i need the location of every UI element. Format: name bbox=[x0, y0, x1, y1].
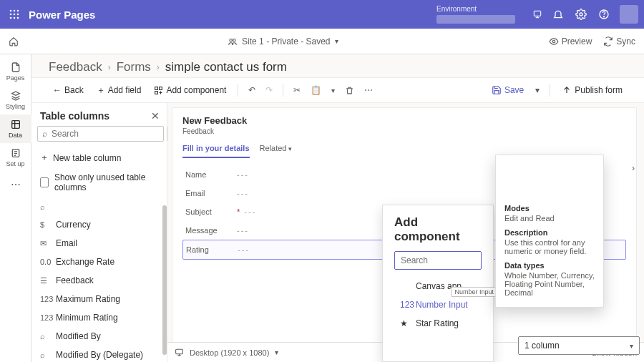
home-icon[interactable] bbox=[9, 36, 29, 47]
column-type-icon: ⌕ bbox=[40, 332, 50, 341]
component-icon: 123 bbox=[400, 300, 410, 310]
component-tooltip: Number Input bbox=[451, 287, 497, 297]
column-item[interactable]: 0.0Exchange Rate bbox=[31, 253, 167, 271]
site-status[interactable]: Site 1 - Private - Saved ▾ bbox=[29, 36, 537, 47]
rail-styling[interactable]: Styling bbox=[0, 86, 31, 114]
field-label: Name bbox=[185, 170, 237, 179]
breadcrumb-forms[interactable]: Forms bbox=[117, 60, 151, 74]
environment-picker[interactable]: Environment bbox=[436, 5, 515, 24]
rail-more[interactable]: ⋯ bbox=[0, 175, 31, 195]
modes-value: Edit and Read bbox=[504, 214, 595, 222]
cut-button[interactable]: ✂ bbox=[291, 82, 303, 98]
svg-rect-20 bbox=[155, 91, 158, 94]
resolution-picker[interactable]: Desktop (1920 x 1080) bbox=[190, 348, 269, 357]
column-item[interactable]: $Currency bbox=[31, 215, 167, 234]
ellipsis-icon: ⋯ bbox=[11, 179, 21, 190]
component-icon: ★ bbox=[400, 318, 410, 328]
column-type-icon: ☰ bbox=[40, 276, 50, 285]
column-search-input[interactable] bbox=[52, 129, 159, 139]
add-field-button[interactable]: ＋Add field bbox=[92, 82, 146, 99]
back-button[interactable]: ←Back bbox=[49, 82, 88, 98]
sync-button[interactable]: Sync bbox=[603, 36, 635, 47]
publish-button[interactable]: Publish form bbox=[557, 82, 627, 98]
svg-point-2 bbox=[17, 10, 19, 12]
tab-related[interactable]: Related▾ bbox=[260, 144, 293, 158]
column-item[interactable]: ⌕Modified By bbox=[31, 327, 167, 346]
chevron-down-icon: ▾ bbox=[630, 342, 633, 350]
column-item[interactable]: 123Minimum Rating bbox=[31, 308, 167, 327]
required-marker: * bbox=[237, 207, 240, 216]
rail-pages[interactable]: Pages bbox=[0, 57, 31, 86]
preview-button[interactable]: Preview bbox=[549, 36, 592, 47]
rail-data[interactable]: Data bbox=[0, 114, 31, 143]
save-split-chevron[interactable]: ▾ bbox=[532, 82, 542, 98]
field-label: Rating bbox=[186, 245, 238, 254]
svg-point-6 bbox=[10, 17, 12, 19]
rail-setup[interactable]: Set up bbox=[0, 143, 31, 172]
column-type-icon: ⌕ bbox=[40, 202, 50, 211]
tab-details[interactable]: Fill in your details bbox=[182, 144, 250, 158]
column-label: Maximum Rating bbox=[56, 294, 120, 304]
undo-button[interactable]: ↶ bbox=[245, 82, 258, 98]
svg-point-0 bbox=[10, 10, 12, 12]
component-label: Number Input bbox=[416, 300, 468, 310]
notifications-icon[interactable] bbox=[547, 0, 570, 29]
command-bar: Site 1 - Private - Saved ▾ Preview Sync bbox=[0, 29, 644, 54]
properties-expand[interactable]: › bbox=[627, 162, 640, 175]
chevron-down-icon[interactable]: ▾ bbox=[275, 348, 278, 356]
breadcrumb-current: simple contact us form bbox=[165, 60, 287, 74]
properties-pane: 1 column ▾ ⌄ Components ＋ Component bbox=[518, 336, 640, 362]
app-launcher[interactable] bbox=[6, 6, 23, 23]
column-item[interactable]: ⌕Modified By (Delegate) bbox=[31, 346, 167, 362]
redo-button: ↷ bbox=[263, 82, 275, 98]
svg-point-14 bbox=[233, 39, 236, 41]
column-label: Modified By bbox=[56, 331, 101, 341]
help-icon[interactable] bbox=[592, 0, 615, 29]
add-component-flyout: Add component Canvas app123Number Input★… bbox=[382, 205, 494, 362]
layout-select[interactable]: 1 column ▾ bbox=[518, 336, 640, 355]
paste-chevron[interactable]: ▾ bbox=[328, 84, 338, 97]
column-search[interactable]: ⌕ bbox=[37, 126, 164, 142]
svg-point-12 bbox=[603, 16, 604, 17]
datatypes-heading: Data types bbox=[504, 261, 595, 270]
component-info-card: Modes Edit and Read Description Use this… bbox=[495, 155, 604, 308]
user-avatar[interactable] bbox=[620, 5, 638, 24]
toolbar: ←Back ＋Add field Add component ↶ ↷ ✂ 📋 ▾… bbox=[31, 77, 644, 103]
paste-button: 📋 bbox=[308, 82, 324, 98]
svg-point-15 bbox=[552, 40, 555, 43]
new-table-column[interactable]: ＋New table column bbox=[31, 147, 167, 168]
show-unused-toggle[interactable]: Show only unused table columns bbox=[31, 168, 167, 198]
component-option[interactable]: 123Number Input bbox=[394, 295, 482, 314]
chevron-right-icon: › bbox=[108, 62, 111, 72]
scrollbar[interactable] bbox=[162, 205, 167, 355]
column-item[interactable]: ☰Feedback bbox=[31, 271, 167, 290]
more-button[interactable]: ⋯ bbox=[361, 82, 376, 98]
plus-icon: ＋ bbox=[97, 84, 105, 97]
close-icon[interactable]: ✕ bbox=[151, 110, 160, 122]
svg-rect-21 bbox=[176, 349, 183, 354]
panel-title: Table columns bbox=[40, 110, 109, 122]
column-item[interactable]: ⌕ bbox=[31, 198, 167, 215]
breadcrumb-feedback[interactable]: Feedback bbox=[49, 60, 102, 74]
svg-rect-16 bbox=[11, 121, 19, 129]
svg-point-13 bbox=[230, 39, 233, 41]
field-value: --- bbox=[237, 189, 249, 197]
form-subtitle: Feedback bbox=[182, 127, 626, 135]
component-search-input[interactable] bbox=[401, 255, 475, 265]
checkbox-icon bbox=[40, 177, 49, 187]
plus-icon: ＋ bbox=[40, 152, 49, 164]
add-component-button[interactable]: Add component bbox=[150, 82, 230, 98]
save-button[interactable]: Save bbox=[487, 82, 528, 98]
component-search[interactable] bbox=[394, 251, 482, 270]
column-label: Feedback bbox=[56, 275, 94, 285]
environment-label: Environment bbox=[436, 5, 515, 14]
settings-icon[interactable] bbox=[570, 0, 592, 29]
column-type-icon: ✉ bbox=[40, 239, 50, 248]
delete-button[interactable] bbox=[342, 83, 357, 98]
component-option[interactable]: ★Star Rating bbox=[394, 314, 482, 333]
svg-point-3 bbox=[10, 14, 12, 16]
component-label: Star Rating bbox=[416, 318, 459, 328]
column-item[interactable]: ✉Email bbox=[31, 234, 167, 253]
column-item[interactable]: 123Maximum Rating bbox=[31, 290, 167, 308]
column-list: ⌕$Currency✉Email0.0Exchange Rate☰Feedbac… bbox=[31, 198, 167, 362]
